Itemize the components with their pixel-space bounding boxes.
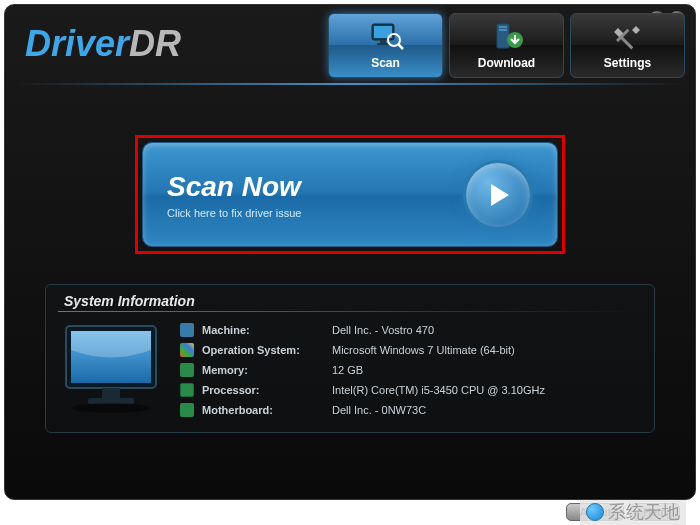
app-window: — × DriverDR Scan Download [4,4,696,500]
tab-bar: Scan Download Settings [328,13,685,78]
watermark-text: 系统天地 [608,500,680,524]
row-value: Dell Inc. - 0NW73C [332,404,642,416]
tab-scan[interactable]: Scan [328,13,443,78]
row-value: Microsoft Windows 7 Ultimate (64-bit) [332,344,642,356]
header: DriverDR Scan Download Settings [5,5,695,83]
sysinfo-title: System Information [64,293,642,309]
row-label: Processor: [202,384,332,396]
sysinfo-divider [58,311,642,312]
watermark-logo-icon [586,503,604,521]
tab-settings[interactable]: Settings [570,13,685,78]
row-value: Intel(R) Core(TM) i5-3450 CPU @ 3.10GHz [332,384,642,396]
play-arrow-icon [463,160,533,230]
server-download-icon [487,22,527,52]
app-logo: DriverDR [25,23,181,65]
computer-icon [58,320,168,415]
row-value: Dell Inc. - Vostro 470 [332,324,642,336]
cpu-icon [180,383,194,397]
sysinfo-row-os: Operation System: Microsoft Windows 7 Ul… [180,340,642,360]
memory-icon [180,363,194,377]
row-label: Machine: [202,324,332,336]
tab-label: Settings [604,56,651,70]
row-label: Motherboard: [202,404,332,416]
tools-icon [608,22,648,52]
tab-download[interactable]: Download [449,13,564,78]
system-info-panel: System Information Machine: Dell Inc. - … [45,284,655,433]
sysinfo-row-machine: Machine: Dell Inc. - Vostro 470 [180,320,642,340]
monitor-search-icon [366,22,406,52]
svg-point-16 [71,403,151,413]
row-label: Memory: [202,364,332,376]
scan-text-group: Scan Now Click here to fix driver issue [167,171,463,219]
main-content: Scan Now Click here to fix driver issue … [5,85,695,451]
watermark: 系统天地 [580,500,686,525]
scan-highlight-box: Scan Now Click here to fix driver issue [135,135,565,254]
svg-line-5 [398,44,403,49]
svg-rect-7 [499,26,507,28]
row-label: Operation System: [202,344,332,356]
tab-label: Download [478,56,535,70]
svg-rect-3 [377,43,389,45]
svg-rect-14 [102,388,120,398]
svg-rect-2 [380,40,386,43]
tab-label: Scan [371,56,400,70]
sysinfo-row-motherboard: Motherboard: Dell Inc. - 0NW73C [180,400,642,420]
svg-rect-8 [499,29,507,31]
logo-text-1: Driver [25,23,129,65]
logo-text-2: DR [129,23,181,65]
scan-title: Scan Now [167,171,463,203]
os-icon [180,343,194,357]
motherboard-icon [180,403,194,417]
scan-subtitle: Click here to fix driver issue [167,207,463,219]
sysinfo-row-memory: Memory: 12 GB [180,360,642,380]
machine-icon [180,323,194,337]
scan-now-button[interactable]: Scan Now Click here to fix driver issue [142,142,558,247]
row-value: 12 GB [332,364,642,376]
sysinfo-row-processor: Processor: Intel(R) Core(TM) i5-3450 CPU… [180,380,642,400]
sysinfo-grid: Machine: Dell Inc. - Vostro 470 Operatio… [180,320,642,420]
